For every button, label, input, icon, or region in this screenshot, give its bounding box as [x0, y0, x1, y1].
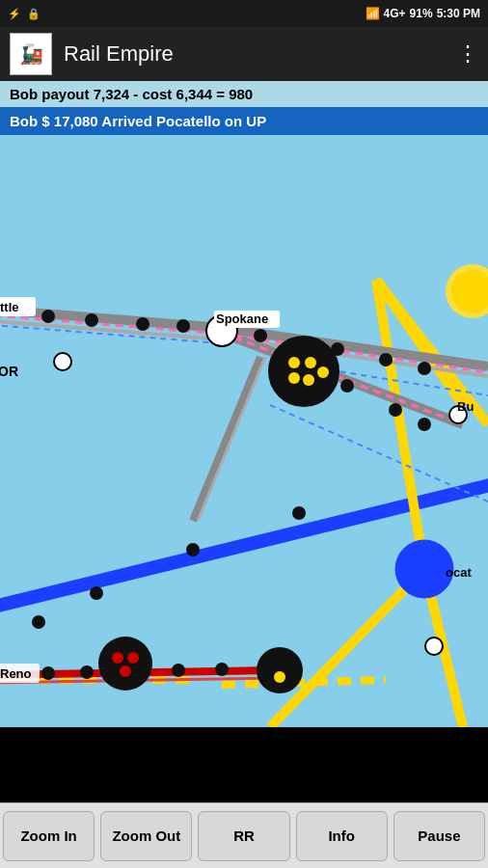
battery-label: 91%: [410, 7, 433, 20]
svg-line-8: [222, 680, 386, 685]
svg-point-33: [317, 366, 329, 378]
svg-point-66: [215, 663, 229, 676]
info-button[interactable]: Info: [296, 811, 388, 861]
svg-text:Bu: Bu: [457, 399, 474, 414]
svg-point-60: [120, 665, 131, 677]
status-bar: ⚡ 🔒 📶 4G+ 91% 5:30 PM: [0, 0, 488, 27]
rr-button[interactable]: RR: [198, 811, 289, 861]
zoom-out-button[interactable]: Zoom Out: [100, 811, 192, 861]
svg-point-47: [54, 353, 71, 370]
svg-point-36: [41, 310, 55, 323]
svg-point-53: [395, 540, 453, 598]
svg-point-62: [274, 671, 285, 683]
svg-point-37: [85, 313, 98, 327]
svg-point-45: [389, 403, 402, 417]
svg-point-49: [425, 637, 443, 655]
app-title: Rail Empire: [64, 41, 457, 67]
svg-point-31: [288, 357, 300, 368]
signal-label: 4G+: [384, 7, 406, 20]
svg-rect-0: [0, 135, 488, 727]
svg-point-40: [254, 329, 267, 342]
wifi-icon: 📶: [366, 7, 380, 20]
svg-point-42: [379, 353, 393, 366]
svg-point-46: [418, 418, 431, 431]
svg-text:ocat: ocat: [446, 565, 472, 580]
svg-point-61: [257, 647, 303, 693]
svg-point-58: [112, 652, 123, 664]
zoom-in-button[interactable]: Zoom In: [3, 811, 95, 861]
svg-point-70: [292, 506, 306, 520]
pause-button[interactable]: Pause: [393, 811, 485, 861]
svg-point-57: [98, 637, 152, 691]
svg-text:ttle: ttle: [0, 300, 19, 314]
svg-point-69: [186, 543, 200, 556]
menu-icon[interactable]: ⋮: [457, 41, 478, 67]
svg-point-64: [80, 665, 94, 679]
info-bar-arrived: Bob $ 17,080 Arrived Pocatello on UP: [0, 107, 488, 135]
svg-point-44: [340, 379, 354, 393]
svg-point-38: [136, 317, 149, 331]
svg-text:Spokane: Spokane: [216, 312, 268, 326]
svg-point-39: [176, 319, 190, 333]
svg-point-35: [303, 374, 314, 386]
svg-point-32: [305, 357, 316, 368]
info-bar-payout: Bob payout 7,324 - cost 6,344 = 980: [0, 81, 488, 107]
toolbar: Zoom In Zoom Out RR Info Pause: [0, 802, 488, 868]
svg-point-63: [41, 666, 55, 680]
svg-point-67: [32, 615, 45, 629]
usb-icon: ⚡: [8, 8, 21, 20]
time-label: 5:30 PM: [437, 7, 480, 20]
svg-point-41: [331, 342, 344, 356]
svg-point-65: [172, 664, 185, 677]
svg-point-59: [127, 652, 139, 664]
app-logo: 🚂: [10, 33, 52, 75]
status-left-icons: ⚡ 🔒: [8, 8, 41, 20]
map-svg: ttle OR Spokane: [0, 135, 488, 727]
svg-point-34: [288, 372, 300, 384]
svg-point-43: [418, 362, 431, 375]
svg-point-68: [90, 586, 103, 600]
map-area[interactable]: ttle OR Spokane: [0, 135, 488, 727]
status-right-info: 📶 4G+ 91% 5:30 PM: [366, 7, 480, 20]
svg-text:OR: OR: [0, 364, 18, 379]
shield-icon: 🔒: [27, 8, 41, 20]
title-bar: 🚂 Rail Empire ⋮: [0, 27, 488, 81]
svg-text:Reno: Reno: [0, 666, 32, 681]
